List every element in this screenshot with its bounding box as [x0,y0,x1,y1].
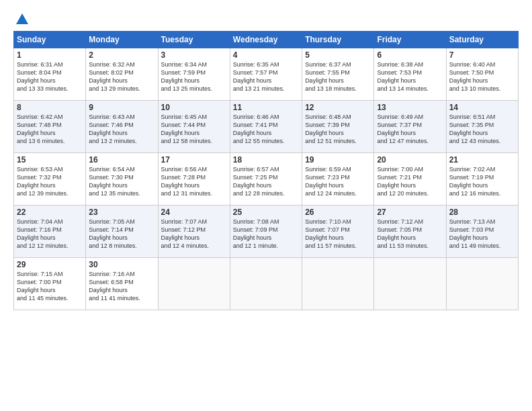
table-row: 23Sunrise: 7:05 AMSunset: 7:14 PMDayligh… [86,205,158,258]
table-row: 16Sunrise: 6:54 AMSunset: 7:30 PMDayligh… [86,153,158,205]
day-number: 15 [17,155,83,165]
logo [13,12,30,24]
day-number: 10 [161,103,227,112]
day-info: Sunrise: 6:45 AMSunset: 7:44 PMDaylight … [161,113,227,146]
table-row: 1Sunrise: 6:31 AMSunset: 8:04 PMDaylight… [14,48,86,101]
table-row: 28Sunrise: 7:13 AMSunset: 7:03 PMDayligh… [446,205,518,258]
col-friday: Friday [374,32,446,48]
table-row: 4Sunrise: 6:35 AMSunset: 7:57 PMDaylight… [230,48,302,101]
day-info: Sunrise: 6:48 AMSunset: 7:39 PMDaylight … [305,113,371,146]
col-tuesday: Tuesday [158,32,230,48]
day-info: Sunrise: 7:02 AMSunset: 7:19 PMDaylight … [449,165,515,198]
table-row: 30Sunrise: 7:16 AMSunset: 6:58 PMDayligh… [86,258,158,310]
day-info: Sunrise: 6:38 AMSunset: 7:53 PMDaylight … [377,60,443,93]
table-row: 26Sunrise: 7:10 AMSunset: 7:07 PMDayligh… [302,205,374,258]
table-row: 27Sunrise: 7:12 AMSunset: 7:05 PMDayligh… [374,205,446,258]
table-row [158,258,230,310]
table-row: 5Sunrise: 6:37 AMSunset: 7:55 PMDaylight… [302,48,374,101]
table-row: 3Sunrise: 6:34 AMSunset: 7:59 PMDaylight… [158,48,230,101]
table-row [446,258,518,310]
day-number: 17 [161,155,227,165]
day-info: Sunrise: 6:43 AMSunset: 7:46 PMDaylight … [89,113,154,146]
day-number: 28 [449,208,515,217]
calendar-week-row: 8Sunrise: 6:42 AMSunset: 7:48 PMDaylight… [14,101,519,153]
day-number: 24 [161,208,227,217]
day-number: 6 [377,50,443,60]
day-info: Sunrise: 7:00 AMSunset: 7:21 PMDaylight … [377,165,443,198]
table-row: 24Sunrise: 7:07 AMSunset: 7:12 PMDayligh… [158,205,230,258]
day-number: 14 [449,103,515,112]
day-number: 9 [89,103,154,112]
day-number: 19 [305,155,371,165]
table-row [302,258,374,310]
day-number: 29 [17,260,83,269]
table-row: 8Sunrise: 6:42 AMSunset: 7:48 PMDaylight… [14,101,86,153]
day-number: 18 [233,155,299,165]
table-row: 6Sunrise: 6:38 AMSunset: 7:53 PMDaylight… [374,48,446,101]
col-sunday: Sunday [14,32,86,48]
col-monday: Monday [86,32,158,48]
table-row: 15Sunrise: 6:53 AMSunset: 7:32 PMDayligh… [14,153,86,205]
table-row: 19Sunrise: 6:59 AMSunset: 7:23 PMDayligh… [302,153,374,205]
table-row: 20Sunrise: 7:00 AMSunset: 7:21 PMDayligh… [374,153,446,205]
svg-marker-0 [16,13,28,24]
day-info: Sunrise: 6:35 AMSunset: 7:57 PMDaylight … [233,60,299,93]
day-info: Sunrise: 7:10 AMSunset: 7:07 PMDaylight … [305,218,371,250]
day-info: Sunrise: 7:12 AMSunset: 7:05 PMDaylight … [377,218,443,250]
calendar-week-row: 15Sunrise: 6:53 AMSunset: 7:32 PMDayligh… [14,153,519,205]
col-thursday: Thursday [302,32,374,48]
day-number: 26 [305,208,371,217]
table-row: 2Sunrise: 6:32 AMSunset: 8:02 PMDaylight… [86,48,158,101]
day-info: Sunrise: 6:54 AMSunset: 7:30 PMDaylight … [89,165,154,198]
day-info: Sunrise: 7:08 AMSunset: 7:09 PMDaylight … [233,218,299,250]
day-number: 20 [377,155,443,165]
day-number: 21 [449,155,515,165]
col-wednesday: Wednesday [230,32,302,48]
col-saturday: Saturday [446,32,518,48]
day-info: Sunrise: 7:15 AMSunset: 7:00 PMDaylight … [17,270,83,303]
day-number: 1 [17,50,83,60]
day-info: Sunrise: 6:40 AMSunset: 7:50 PMDaylight … [449,60,515,93]
day-info: Sunrise: 6:59 AMSunset: 7:23 PMDaylight … [305,165,371,198]
day-number: 5 [305,50,371,60]
table-row [230,258,302,310]
table-row: 18Sunrise: 6:57 AMSunset: 7:25 PMDayligh… [230,153,302,205]
day-number: 16 [89,155,154,165]
day-info: Sunrise: 6:32 AMSunset: 8:02 PMDaylight … [89,60,154,93]
table-row: 10Sunrise: 6:45 AMSunset: 7:44 PMDayligh… [158,101,230,153]
table-row: 14Sunrise: 6:51 AMSunset: 7:35 PMDayligh… [446,101,518,153]
day-info: Sunrise: 6:46 AMSunset: 7:41 PMDaylight … [233,113,299,146]
day-number: 7 [449,50,515,60]
table-row: 7Sunrise: 6:40 AMSunset: 7:50 PMDaylight… [446,48,518,101]
day-info: Sunrise: 6:34 AMSunset: 7:59 PMDaylight … [161,60,227,93]
table-row: 22Sunrise: 7:04 AMSunset: 7:16 PMDayligh… [14,205,86,258]
calendar-week-row: 22Sunrise: 7:04 AMSunset: 7:16 PMDayligh… [14,205,519,258]
day-info: Sunrise: 6:56 AMSunset: 7:28 PMDaylight … [161,165,227,198]
calendar-table: Sunday Monday Tuesday Wednesday Thursday… [13,31,519,310]
day-info: Sunrise: 6:37 AMSunset: 7:55 PMDaylight … [305,60,371,93]
day-number: 12 [305,103,371,112]
table-row: 21Sunrise: 7:02 AMSunset: 7:19 PMDayligh… [446,153,518,205]
day-number: 2 [89,50,154,60]
table-row: 12Sunrise: 6:48 AMSunset: 7:39 PMDayligh… [302,101,374,153]
day-number: 8 [17,103,83,112]
calendar-header-row: Sunday Monday Tuesday Wednesday Thursday… [14,32,519,48]
day-number: 22 [17,208,83,217]
table-row: 17Sunrise: 6:56 AMSunset: 7:28 PMDayligh… [158,153,230,205]
day-number: 23 [89,208,154,217]
day-number: 30 [89,260,154,269]
day-number: 25 [233,208,299,217]
table-row: 9Sunrise: 6:43 AMSunset: 7:46 PMDaylight… [86,101,158,153]
day-info: Sunrise: 7:04 AMSunset: 7:16 PMDaylight … [17,218,83,250]
day-info: Sunrise: 6:51 AMSunset: 7:35 PMDaylight … [449,113,515,146]
day-number: 4 [233,50,299,60]
calendar-week-row: 29Sunrise: 7:15 AMSunset: 7:00 PMDayligh… [14,258,519,310]
page-container: Sunday Monday Tuesday Wednesday Thursday… [0,0,532,317]
day-info: Sunrise: 6:57 AMSunset: 7:25 PMDaylight … [233,165,299,198]
calendar-week-row: 1Sunrise: 6:31 AMSunset: 8:04 PMDaylight… [14,48,519,101]
table-row: 25Sunrise: 7:08 AMSunset: 7:09 PMDayligh… [230,205,302,258]
table-row: 13Sunrise: 6:49 AMSunset: 7:37 PMDayligh… [374,101,446,153]
day-info: Sunrise: 6:53 AMSunset: 7:32 PMDaylight … [17,165,83,198]
day-info: Sunrise: 7:13 AMSunset: 7:03 PMDaylight … [449,218,515,250]
day-number: 13 [377,103,443,112]
